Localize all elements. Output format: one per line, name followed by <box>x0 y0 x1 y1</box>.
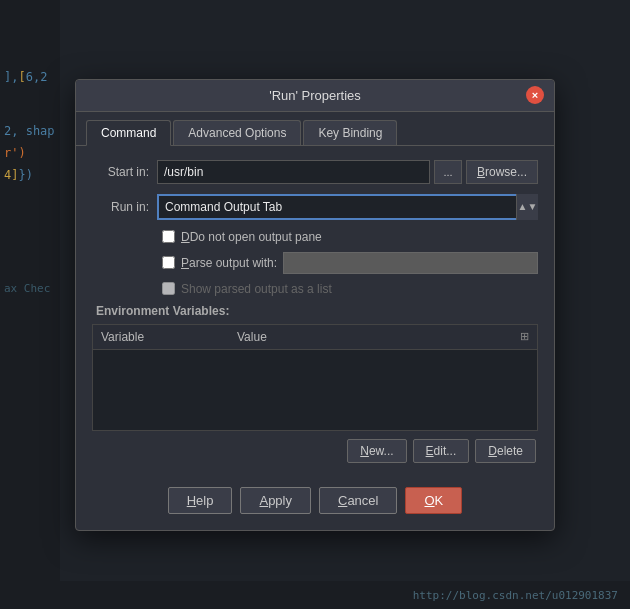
apply-button[interactable]: Apply <box>240 487 311 514</box>
tab-key-binding[interactable]: Key Binding <box>303 120 397 145</box>
table-actions: New... Edit... Delete <box>92 439 538 463</box>
code-line-2: 2, shap <box>4 124 60 138</box>
code-line-3: r') <box>4 146 60 160</box>
env-table: Variable Value ⊞ <box>92 324 538 431</box>
dialog-titlebar: 'Run' Properties × <box>76 80 554 112</box>
dialog-title: 'Run' Properties <box>269 88 361 103</box>
env-section-label: Environment Variables: <box>92 304 538 318</box>
no-output-checkbox[interactable] <box>162 230 175 243</box>
delete-button[interactable]: Delete <box>475 439 536 463</box>
show-list-checkbox[interactable] <box>162 282 175 295</box>
show-list-label: Show parsed output as a list <box>181 282 332 296</box>
parse-output-label: Parse output with: <box>181 256 277 270</box>
run-in-select[interactable]: Command Output Tab New Terminal Backgrou… <box>157 194 538 220</box>
run-in-label: Run in: <box>92 200 157 214</box>
no-output-label: DDo not open output pane <box>181 230 322 244</box>
dialog-footer: Help Apply Cancel OK <box>76 475 554 530</box>
tab-advanced-options[interactable]: Advanced Options <box>173 120 301 145</box>
url-text: http://blog.csdn.net/u012901837 <box>413 589 618 602</box>
code-line-1: ],[6,2 <box>4 70 60 84</box>
ok-button[interactable]: OK <box>405 487 462 514</box>
env-col-icon: ⊞ <box>509 330 529 343</box>
run-properties-dialog: 'Run' Properties × Command Advanced Opti… <box>75 79 555 531</box>
parse-pattern-input[interactable] <box>283 252 538 274</box>
close-button[interactable]: × <box>526 86 544 104</box>
parse-output-checkbox[interactable] <box>162 256 175 269</box>
env-col-value: Value <box>237 330 509 344</box>
browse-underline: B <box>477 165 485 179</box>
browse-rest: rowse... <box>485 165 527 179</box>
start-in-dots-button[interactable]: ... <box>434 160 462 184</box>
run-in-row: Run in: Command Output Tab New Terminal … <box>92 194 538 220</box>
env-table-body <box>93 350 537 430</box>
new-button[interactable]: New... <box>347 439 406 463</box>
env-vars-section: Environment Variables: Variable Value ⊞ … <box>92 304 538 463</box>
bottom-bar: http://blog.csdn.net/u012901837 <box>0 581 630 609</box>
code-line-4: 4]}) <box>4 168 60 182</box>
code-background: ],[6,2 2, shap r') 4]}) ax Chec <box>0 0 60 609</box>
parse-output-row: Parse output with: <box>92 252 538 274</box>
browse-button[interactable]: Browse... <box>466 160 538 184</box>
env-col-variable: Variable <box>101 330 237 344</box>
start-in-label: Start in: <box>92 165 157 179</box>
start-in-row: Start in: ... Browse... <box>92 160 538 184</box>
tab-bar: Command Advanced Options Key Binding <box>76 112 554 146</box>
no-output-row: DDo not open output pane <box>92 230 538 244</box>
show-list-row: Show parsed output as a list <box>92 282 538 296</box>
env-table-header: Variable Value ⊞ <box>93 325 537 350</box>
code-line-5: ax Chec <box>4 282 60 295</box>
run-in-select-wrapper: Command Output Tab New Terminal Backgrou… <box>157 194 538 220</box>
start-in-input[interactable] <box>157 160 430 184</box>
help-button[interactable]: Help <box>168 487 233 514</box>
edit-button[interactable]: Edit... <box>413 439 470 463</box>
dialog-body: Start in: ... Browse... Run in: Command … <box>76 146 554 475</box>
cancel-button[interactable]: Cancel <box>319 487 397 514</box>
tab-command[interactable]: Command <box>86 120 171 146</box>
